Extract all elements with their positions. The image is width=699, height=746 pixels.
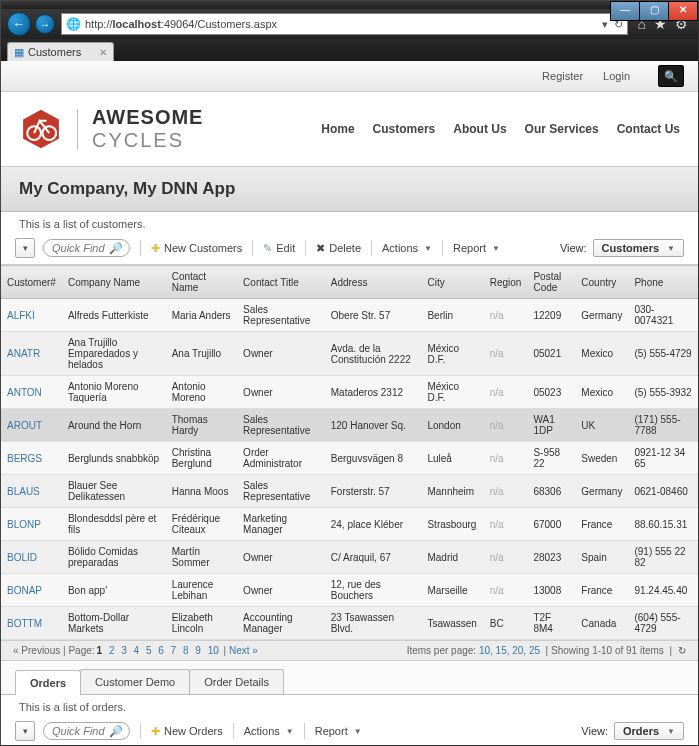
cell: London: [421, 409, 483, 442]
cell: Marketing Manager: [237, 508, 325, 541]
delete-button[interactable]: ✖Delete: [316, 242, 361, 255]
quick-find-text[interactable]: [50, 241, 109, 255]
nav-back-button[interactable]: ←: [7, 12, 31, 36]
orders-toolbar: ▾ 🔎 ✚New Orders Actions▼ Report▼ View: O…: [1, 715, 698, 745]
nav-forward-button[interactable]: →: [35, 14, 55, 34]
actions-menu[interactable]: Actions▼: [244, 725, 294, 737]
cell[interactable]: BERGS: [1, 442, 62, 475]
register-link[interactable]: Register: [542, 70, 583, 82]
page-number[interactable]: 9: [195, 645, 201, 656]
view-selector[interactable]: Customers▼: [593, 239, 684, 257]
new-orders-button[interactable]: ✚New Orders: [151, 725, 223, 738]
quick-find-text[interactable]: [50, 724, 109, 738]
page-number[interactable]: 6: [158, 645, 164, 656]
cell: n/a: [484, 574, 528, 607]
prev-link[interactable]: « Previous: [13, 645, 60, 656]
page-number[interactable]: 4: [134, 645, 140, 656]
cell[interactable]: BLONP: [1, 508, 62, 541]
cell: Bólido Comidas preparadas: [62, 541, 166, 574]
page-number[interactable]: 2: [109, 645, 115, 656]
report-menu[interactable]: Report▼: [315, 725, 362, 737]
cell: Bon app': [62, 574, 166, 607]
table-row[interactable]: BLONPBlondesddsl père et filsFrédérique …: [1, 508, 698, 541]
page-number[interactable]: 3: [121, 645, 127, 656]
cell: Avda. de la Constitución 2222: [325, 332, 422, 376]
table-row[interactable]: AROUTAround the HornThomas HardySales Re…: [1, 409, 698, 442]
cell: n/a: [484, 442, 528, 475]
tab-customer-demo[interactable]: Customer Demo: [80, 669, 190, 694]
menu-customers[interactable]: Customers: [373, 122, 436, 136]
table-row[interactable]: BONAPBon app'Laurence LebihanOwner12, ru…: [1, 574, 698, 607]
customers-table: Customer#Company NameContact NameContact…: [1, 265, 698, 640]
toolbar-menu-button[interactable]: ▾: [15, 721, 35, 741]
cell: Owner: [237, 541, 325, 574]
quick-find-input[interactable]: 🔎: [43, 722, 130, 740]
site-search-button[interactable]: 🔍: [658, 65, 684, 87]
refresh-icon[interactable]: ↻: [678, 645, 686, 656]
column-header[interactable]: Company Name: [62, 266, 166, 299]
items-per-page[interactable]: 10, 15, 20, 25: [479, 645, 540, 656]
cell: Tsawassen: [421, 607, 483, 640]
view-selector[interactable]: Orders▼: [614, 722, 684, 740]
cell: Ana Trujillo Emparedados y helados: [62, 332, 166, 376]
column-header[interactable]: Country: [575, 266, 628, 299]
table-row[interactable]: ANTONAntonio Moreno TaqueríaAntonio More…: [1, 376, 698, 409]
column-header[interactable]: Customer#: [1, 266, 62, 299]
report-menu[interactable]: Report▼: [453, 242, 500, 254]
cell: Berguvsvägen 8: [325, 442, 422, 475]
login-link[interactable]: Login: [603, 70, 630, 82]
search-icon[interactable]: 🔎: [109, 242, 123, 255]
toolbar-menu-button[interactable]: ▾: [15, 238, 35, 258]
table-row[interactable]: BERGSBerglunds snabbköpChristina Berglun…: [1, 442, 698, 475]
table-row[interactable]: ANATRAna Trujillo Emparedados y heladosA…: [1, 332, 698, 376]
column-header[interactable]: City: [421, 266, 483, 299]
table-row[interactable]: BOTTMBottom-Dollar MarketsElizabeth Linc…: [1, 607, 698, 640]
menu-contact[interactable]: Contact Us: [617, 122, 680, 136]
cell[interactable]: ALFKI: [1, 299, 62, 332]
cell[interactable]: ANATR: [1, 332, 62, 376]
table-row[interactable]: BOLIDBólido Comidas preparadasMartín Som…: [1, 541, 698, 574]
cell[interactable]: BONAP: [1, 574, 62, 607]
cell[interactable]: BOLID: [1, 541, 62, 574]
tab-orders[interactable]: Orders: [15, 670, 81, 695]
address-bar[interactable]: 🌐 http:// localhost :49064/Customers.asp…: [61, 13, 628, 35]
window-minimize-button[interactable]: —: [610, 1, 640, 21]
edit-button[interactable]: ✎Edit: [263, 242, 295, 255]
cell[interactable]: BOTTM: [1, 607, 62, 640]
cell[interactable]: BLAUS: [1, 475, 62, 508]
cell[interactable]: ANTON: [1, 376, 62, 409]
table-row[interactable]: BLAUSBlauer See DelikatessenHanna MoosSa…: [1, 475, 698, 508]
quick-find-input[interactable]: 🔎: [43, 239, 130, 257]
table-row[interactable]: ALFKIAlfreds FutterkisteMaria AndersSale…: [1, 299, 698, 332]
tab-close-icon[interactable]: ✕: [99, 47, 107, 58]
menu-services[interactable]: Our Services: [525, 122, 599, 136]
column-header[interactable]: Phone: [628, 266, 698, 299]
search-icon[interactable]: 🔎: [109, 725, 123, 738]
page-number[interactable]: 7: [171, 645, 177, 656]
new-customers-button[interactable]: ✚New Customers: [151, 242, 242, 255]
window-close-button[interactable]: ✕: [668, 1, 698, 21]
window-maximize-button[interactable]: ▢: [639, 1, 669, 21]
cell[interactable]: AROUT: [1, 409, 62, 442]
dropdown-icon[interactable]: ▾: [602, 18, 608, 31]
column-header[interactable]: Postal Code: [527, 266, 575, 299]
cell: (5) 555-3932: [628, 376, 698, 409]
cell: 05021: [527, 332, 575, 376]
tab-order-details[interactable]: Order Details: [189, 669, 284, 694]
column-header[interactable]: Contact Title: [237, 266, 325, 299]
actions-menu[interactable]: Actions▼: [382, 242, 432, 254]
page-number[interactable]: 10: [208, 645, 219, 656]
page-number[interactable]: 1: [97, 645, 103, 656]
browser-tab[interactable]: ▦ Customers ✕: [7, 42, 114, 61]
menu-about[interactable]: About Us: [453, 122, 506, 136]
cell: WA1 1DP: [527, 409, 575, 442]
column-header[interactable]: Address: [325, 266, 422, 299]
column-header[interactable]: Contact Name: [166, 266, 237, 299]
menu-home[interactable]: Home: [321, 122, 354, 136]
page-number[interactable]: 5: [146, 645, 152, 656]
next-link[interactable]: Next »: [229, 645, 258, 656]
cell: C/ Araquil, 67: [325, 541, 422, 574]
page-number[interactable]: 8: [183, 645, 189, 656]
globe-icon: 🌐: [66, 17, 81, 31]
column-header[interactable]: Region: [484, 266, 528, 299]
